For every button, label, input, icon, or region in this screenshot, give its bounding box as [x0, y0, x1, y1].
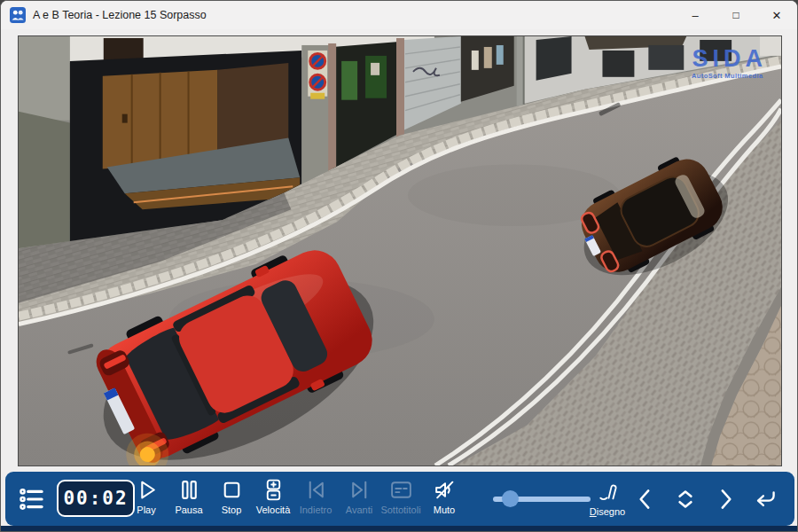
list-icon	[18, 485, 46, 513]
mute-button[interactable]: Muto	[426, 476, 463, 522]
skip-forward-icon	[348, 478, 372, 502]
maximize-button[interactable]: □	[716, 1, 756, 29]
slider-thumb[interactable]	[502, 490, 519, 507]
title-bar: A e B Teoria - Lezione 15 Sorpasso – □ ✕	[1, 1, 797, 29]
subtitles-button: Sottotitoli	[371, 476, 431, 522]
return-arrow-icon	[751, 485, 779, 513]
volume-slider[interactable]	[493, 472, 591, 526]
chevron-up-down-icon	[671, 485, 700, 513]
mute-label: Muto	[434, 505, 455, 515]
close-button[interactable]: ✕	[756, 1, 797, 29]
play-icon	[135, 478, 159, 502]
play-label: Play	[137, 505, 155, 515]
app-icon	[10, 7, 26, 23]
draw-label: Disegno	[590, 506, 625, 517]
timer-display: 00:02	[57, 480, 135, 517]
speed-icon	[262, 478, 286, 502]
window-title: A e B Teoria - Lezione 15 Sorpasso	[33, 9, 207, 21]
player-toolbar: 00:02 Play Pausa Stop	[5, 472, 794, 526]
next-lesson-button[interactable]	[711, 485, 739, 517]
stop-icon	[220, 478, 244, 502]
exit-return-button[interactable]	[751, 485, 779, 517]
pause-icon	[177, 478, 201, 502]
prev-lesson-button[interactable]	[631, 485, 660, 517]
back-button: Indietro	[291, 476, 340, 522]
subtitles-icon	[389, 478, 413, 502]
forward-label: Avanti	[346, 505, 372, 515]
back-label: Indietro	[300, 505, 332, 515]
chevron-right-icon	[711, 485, 739, 513]
pause-button[interactable]: Pausa	[168, 476, 210, 522]
draw-button[interactable]: Disegno	[583, 476, 631, 522]
chapter-list-button[interactable]	[14, 472, 50, 526]
lesson-select-button[interactable]	[671, 485, 700, 517]
video-canvas[interactable]: SIDA AutoSoft Multimedia	[18, 35, 782, 466]
stop-label: Stop	[222, 505, 242, 515]
no-parking-sign	[310, 53, 325, 68]
chevron-left-icon	[631, 485, 660, 513]
mute-icon	[433, 478, 457, 502]
subtitles-label: Sottotitoli	[380, 505, 420, 515]
window-bottom-edge	[1, 526, 797, 532]
play-button[interactable]: Play	[125, 476, 168, 522]
minimize-button[interactable]: –	[675, 1, 716, 29]
pause-label: Pausa	[175, 505, 202, 515]
pen-icon	[595, 478, 621, 504]
no-parking-sign-2	[310, 74, 325, 90]
app-window: A e B Teoria - Lezione 15 Sorpasso – □ ✕	[0, 0, 798, 532]
driving-scene	[19, 36, 781, 466]
speed-label: Velocità	[256, 505, 291, 515]
skip-back-icon	[304, 478, 328, 502]
